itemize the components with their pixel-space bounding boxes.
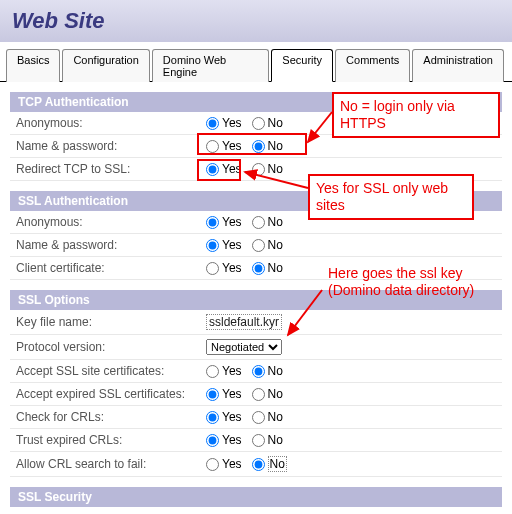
radio-tcp-redirect-yes[interactable] <box>206 163 219 176</box>
row-trustexp: Trust expired CRLs: Yes No <box>10 429 502 452</box>
opt-no: No <box>268 456 287 472</box>
label-allowfail: Allow CRL search to fail: <box>16 457 206 471</box>
radio-tcp-namepass-no[interactable] <box>252 140 265 153</box>
opt-no: No <box>268 433 283 447</box>
tab-bar: Basics Configuration Domino Web Engine S… <box>0 42 512 82</box>
opt-yes: Yes <box>222 139 242 153</box>
page-title: Web Site <box>12 8 500 34</box>
row-tcp-redirect: Redirect TCP to SSL: Yes No <box>10 158 502 181</box>
section-ssl-options: SSL Options <box>10 290 502 310</box>
content-area: TCP Authentication Anonymous: Yes No Nam… <box>0 82 512 513</box>
radio-crls-yes[interactable] <box>206 411 219 424</box>
page-header: Web Site <box>0 0 512 42</box>
row-ssl-anonymous: Anonymous: Yes No <box>10 211 502 234</box>
row-sitecerts: Accept SSL site certificates: Yes No <box>10 360 502 383</box>
label-expcerts: Accept expired SSL certificates: <box>16 387 206 401</box>
radio-ssl-clientcert-no[interactable] <box>252 262 265 275</box>
radio-sitecerts-yes[interactable] <box>206 365 219 378</box>
label-crls: Check for CRLs: <box>16 410 206 424</box>
row-tcp-anonymous: Anonymous: Yes No <box>10 112 502 135</box>
label-sitecerts: Accept SSL site certificates: <box>16 364 206 378</box>
row-tcp-namepass: Name & password: Yes No <box>10 135 502 158</box>
opt-no: No <box>268 387 283 401</box>
opt-no: No <box>268 116 283 130</box>
radio-crls-no[interactable] <box>252 411 265 424</box>
tab-configuration[interactable]: Configuration <box>62 49 149 82</box>
tab-domino-web-engine[interactable]: Domino Web Engine <box>152 49 270 82</box>
opt-yes: Yes <box>222 162 242 176</box>
radio-expcerts-no[interactable] <box>252 388 265 401</box>
radio-trustexp-no[interactable] <box>252 434 265 447</box>
tab-security[interactable]: Security <box>271 49 333 82</box>
opt-yes: Yes <box>222 215 242 229</box>
row-ssl-namepass: Name & password: Yes No <box>10 234 502 257</box>
opt-yes: Yes <box>222 410 242 424</box>
radio-tcp-anon-yes[interactable] <box>206 117 219 130</box>
radio-tcp-namepass-yes[interactable] <box>206 140 219 153</box>
radio-allowfail-yes[interactable] <box>206 458 219 471</box>
opt-no: No <box>268 261 283 275</box>
opt-yes: Yes <box>222 364 242 378</box>
label-keyfile: Key file name: <box>16 315 206 329</box>
radio-tcp-redirect-no[interactable] <box>252 163 265 176</box>
label-tcp-anonymous: Anonymous: <box>16 116 206 130</box>
label-tcp-namepass: Name & password: <box>16 139 206 153</box>
row-allowfail: Allow CRL search to fail: Yes No <box>10 452 502 477</box>
row-ssl-clientcert: Client certificate: Yes No <box>10 257 502 280</box>
label-ssl-clientcert: Client certificate: <box>16 261 206 275</box>
opt-no: No <box>268 162 283 176</box>
label-protocol: Protocol version: <box>16 340 206 354</box>
section-tcp-auth: TCP Authentication <box>10 92 502 112</box>
radio-ssl-namepass-no[interactable] <box>252 239 265 252</box>
label-ssl-anonymous: Anonymous: <box>16 215 206 229</box>
radio-ssl-clientcert-yes[interactable] <box>206 262 219 275</box>
opt-yes: Yes <box>222 457 242 471</box>
tab-basics[interactable]: Basics <box>6 49 60 82</box>
radio-trustexp-yes[interactable] <box>206 434 219 447</box>
label-ssl-namepass: Name & password: <box>16 238 206 252</box>
input-keyfile[interactable]: ssldefault.kyr <box>206 314 282 330</box>
opt-no: No <box>268 410 283 424</box>
label-tcp-redirect: Redirect TCP to SSL: <box>16 162 206 176</box>
opt-no: No <box>268 215 283 229</box>
radio-ssl-anon-yes[interactable] <box>206 216 219 229</box>
row-crls: Check for CRLs: Yes No <box>10 406 502 429</box>
radio-tcp-anon-no[interactable] <box>252 117 265 130</box>
opt-no: No <box>268 238 283 252</box>
select-protocol[interactable]: Negotiated <box>206 339 282 355</box>
tab-administration[interactable]: Administration <box>412 49 504 82</box>
radio-ssl-namepass-yes[interactable] <box>206 239 219 252</box>
opt-yes: Yes <box>222 261 242 275</box>
opt-yes: Yes <box>222 238 242 252</box>
opt-no: No <box>268 364 283 378</box>
section-ssl-security: SSL Security <box>10 487 502 507</box>
row-keyfile: Key file name: ssldefault.kyr <box>10 310 502 335</box>
opt-yes: Yes <box>222 116 242 130</box>
radio-expcerts-yes[interactable] <box>206 388 219 401</box>
tab-comments[interactable]: Comments <box>335 49 410 82</box>
radio-sitecerts-no[interactable] <box>252 365 265 378</box>
opt-yes: Yes <box>222 387 242 401</box>
label-trustexp: Trust expired CRLs: <box>16 433 206 447</box>
opt-no: No <box>268 139 283 153</box>
row-expcerts: Accept expired SSL certificates: Yes No <box>10 383 502 406</box>
section-ssl-auth: SSL Authentication <box>10 191 502 211</box>
opt-yes: Yes <box>222 433 242 447</box>
radio-allowfail-no[interactable] <box>252 458 265 471</box>
radio-ssl-anon-no[interactable] <box>252 216 265 229</box>
row-protocol: Protocol version: Negotiated <box>10 335 502 360</box>
